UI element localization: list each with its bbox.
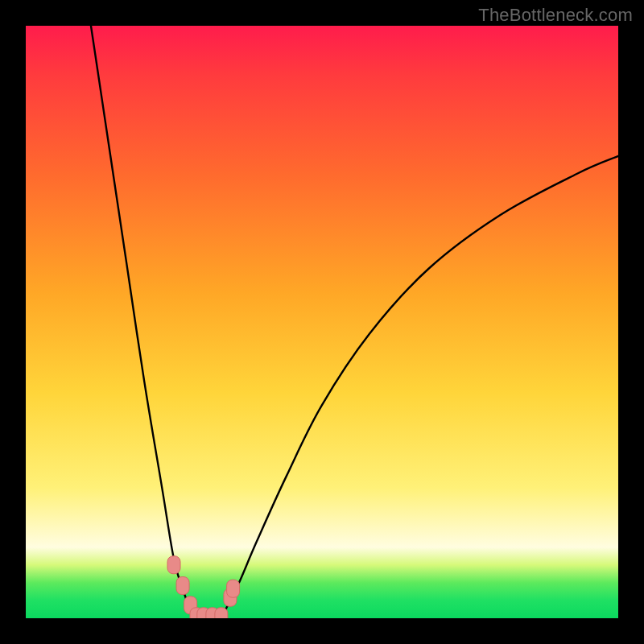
curve-left-branch [91,26,196,618]
chart-frame: TheBottleneck.com [0,0,644,644]
curve-right-branch [221,156,618,618]
left-marker-1 [167,556,180,574]
flat-marker-4 [215,608,228,618]
right-marker-2 [227,580,240,597]
curve-layer [91,26,618,618]
marker-layer [167,556,240,618]
left-marker-2 [176,577,189,595]
plot-area [26,26,618,618]
watermark-text: TheBottleneck.com [478,5,633,26]
curves-svg [26,26,618,618]
